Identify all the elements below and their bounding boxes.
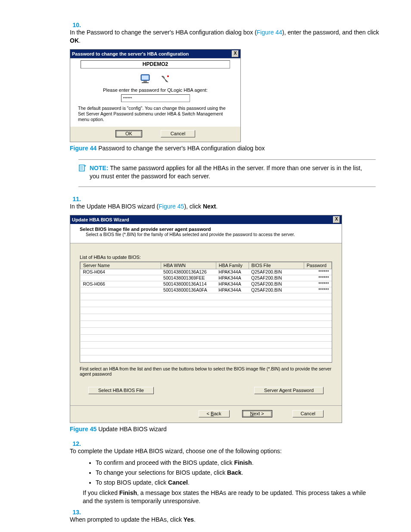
step-number: 10. bbox=[70, 22, 81, 28]
col-server-name[interactable]: Server Name bbox=[81, 262, 161, 269]
table-row[interactable]: 5001438001369FEEHPAK344AQ25AF200.BIN****… bbox=[81, 275, 332, 281]
wizard-footer-buttons: < Back Next > Cancel bbox=[70, 405, 342, 423]
step-text: In the Update HBA BIOS wizard (Figure 45… bbox=[70, 202, 389, 211]
close-icon[interactable]: X bbox=[232, 50, 239, 57]
figure-45-caption: Figure 45 Update HBA BIOS wizard bbox=[70, 426, 376, 432]
table-row[interactable]: 5001438000136A0FAHPAK344AQ25AF200.BIN***… bbox=[81, 287, 332, 293]
password-input[interactable]: ****** bbox=[121, 94, 190, 102]
close-icon[interactable]: X bbox=[333, 216, 340, 223]
dialog-button-row: OK Cancel bbox=[70, 127, 240, 142]
wizard-middle-buttons: Select HBA BIOS File Server Agent Passwo… bbox=[80, 387, 332, 394]
note-text: The same password applies for all the HB… bbox=[90, 165, 362, 180]
note-label: NOTE: bbox=[90, 165, 109, 171]
cancel-button[interactable]: Cancel bbox=[161, 130, 195, 137]
step-text: To complete the Update HBA BIOS wizard, … bbox=[70, 447, 389, 455]
note-box: NOTE: The same password applies for all … bbox=[78, 159, 376, 187]
wizard-titlebar: Update HBA BIOS Wizard X bbox=[70, 215, 342, 224]
col-bios-file[interactable]: BIOS File bbox=[249, 262, 304, 269]
dialog-titlebar: Password to change the server's HBA conf… bbox=[70, 50, 240, 58]
select-hba-bios-file-button[interactable]: Select HBA BIOS File bbox=[88, 387, 154, 394]
wizard-body: List of HBAs to update BIOS: Server Name… bbox=[70, 243, 342, 405]
table-row[interactable]: ROS-H0665001438000136A114HPAK344AQ25AF20… bbox=[81, 281, 332, 287]
update-hba-wizard: Update HBA BIOS Wizard X Select BIOS ima… bbox=[70, 215, 342, 423]
password-prompt: Please enter the password for QLogic HBA… bbox=[70, 87, 240, 93]
dialog-title: Password to change the server's HBA conf… bbox=[72, 51, 189, 56]
figure-45-link[interactable]: Figure 45 bbox=[159, 203, 184, 210]
col-password[interactable]: Password bbox=[304, 262, 331, 269]
list-item: To confirm and proceed with the BIOS upd… bbox=[96, 459, 376, 467]
svg-rect-2 bbox=[143, 81, 147, 82]
svg-point-4 bbox=[167, 75, 169, 77]
col-hba-family[interactable]: HBA Family bbox=[216, 262, 249, 269]
wizard-title: Update HBA BIOS Wizard bbox=[72, 217, 129, 222]
note-icon bbox=[78, 164, 86, 174]
options-list: To confirm and proceed with the BIOS upd… bbox=[96, 459, 376, 487]
wrench-icon bbox=[159, 74, 171, 85]
table-row[interactable]: ROS-H0645001438000136A126HPAK344AQ25AF20… bbox=[81, 269, 332, 275]
col-hba-wwn[interactable]: HBA WWN bbox=[161, 262, 216, 269]
back-button[interactable]: < Back bbox=[199, 410, 230, 417]
default-password-hint: The default password is "config". You ca… bbox=[70, 106, 240, 127]
step-text: In the Password to change the server's H… bbox=[70, 28, 389, 45]
after-options-text: If you clicked Finish, a message box sta… bbox=[83, 489, 376, 505]
next-button[interactable]: Next > bbox=[242, 410, 272, 417]
figure-44-link[interactable]: Figure 44 bbox=[257, 29, 282, 36]
step-number: 11. bbox=[70, 196, 81, 202]
icon-row bbox=[70, 71, 240, 87]
table-header-row: Server Name HBA WWN HBA Family BIOS File… bbox=[81, 262, 332, 269]
wizard-heading: Select BIOS image file and provide serve… bbox=[80, 227, 336, 232]
server-name-field[interactable]: HPDEMO2 bbox=[81, 60, 230, 68]
svg-rect-1 bbox=[142, 75, 149, 80]
password-dialog: Password to change the server's HBA conf… bbox=[70, 49, 241, 142]
list-item: To stop BIOS update, click Cancel. bbox=[96, 479, 376, 487]
step-text: When prompted to update the HBAs, click … bbox=[70, 516, 389, 524]
hba-list-label: List of HBAs to update BIOS: bbox=[80, 255, 332, 260]
step-number: 12. bbox=[70, 440, 81, 447]
ok-button[interactable]: OK bbox=[115, 130, 142, 137]
step-10: 10. In the Password to change the server… bbox=[35, 22, 376, 45]
svg-rect-3 bbox=[142, 82, 149, 83]
cancel-button[interactable]: Cancel bbox=[293, 410, 324, 417]
hba-table[interactable]: Server Name HBA WWN HBA Family BIOS File… bbox=[80, 261, 332, 363]
document-page: 10. In the Password to change the server… bbox=[0, 0, 411, 532]
figure-44-caption: Figure 44 Password to change the server'… bbox=[70, 145, 376, 152]
step-11: 11. In the Update HBA BIOS wizard (Figur… bbox=[35, 196, 376, 211]
list-item: To change your selections for BIOS updat… bbox=[96, 469, 376, 477]
wizard-header: Select BIOS image file and provide serve… bbox=[70, 224, 342, 243]
step-number: 13. bbox=[70, 509, 81, 516]
step-12: 12. To complete the Update HBA BIOS wiza… bbox=[35, 440, 376, 455]
wizard-hint: First select an HBA from the list and th… bbox=[80, 366, 332, 376]
step-13: 13. When prompted to update the HBAs, cl… bbox=[35, 509, 376, 524]
wizard-subtext: Select a BIOS file (*.BIN) for the famil… bbox=[80, 232, 336, 237]
monitor-icon bbox=[139, 74, 151, 85]
server-agent-password-button[interactable]: Server Agent Password bbox=[254, 387, 324, 394]
